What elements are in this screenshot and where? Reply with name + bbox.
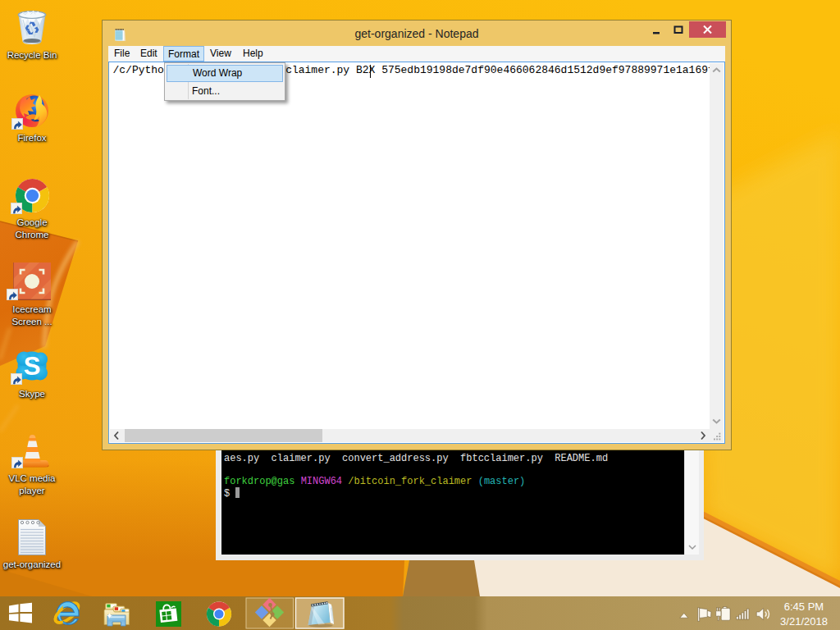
svg-text:S: S: [24, 352, 41, 381]
